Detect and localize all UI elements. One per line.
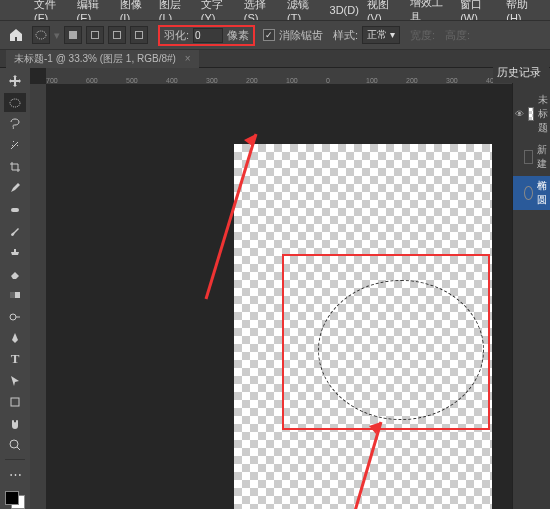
foreground-color[interactable] bbox=[5, 491, 19, 505]
feather-label: 羽化: bbox=[164, 28, 189, 43]
history-snapshot-label: 未标题 bbox=[538, 93, 548, 135]
elliptical-marquee-tool[interactable] bbox=[4, 93, 26, 111]
history-step[interactable]: 椭圆 bbox=[513, 176, 550, 210]
history-step-label: 椭圆 bbox=[537, 179, 548, 207]
style-label: 样式: bbox=[333, 28, 358, 43]
feather-control: 羽化: 像素 bbox=[158, 25, 255, 46]
lasso-tool[interactable] bbox=[4, 115, 26, 133]
svg-rect-4 bbox=[10, 292, 15, 298]
menu-bar: 文件(F) 编辑(E) 图像(I) 图层(L) 文字(Y) 选择(S) 滤镜(T… bbox=[0, 0, 550, 20]
antialias-label: 消除锯齿 bbox=[279, 28, 323, 43]
canvas-area[interactable] bbox=[46, 84, 512, 509]
magic-wand-tool[interactable] bbox=[4, 136, 26, 154]
shape-tool[interactable] bbox=[4, 393, 26, 411]
elliptical-selection-marquee bbox=[318, 280, 484, 420]
crop-tool[interactable] bbox=[4, 158, 26, 176]
antialias-checkbox[interactable]: ✓ bbox=[263, 29, 275, 41]
path-selection-tool[interactable] bbox=[4, 372, 26, 390]
zoom-tool[interactable] bbox=[4, 436, 26, 454]
annotation-arrow-icon bbox=[186, 129, 306, 309]
history-snapshot[interactable]: 👁 未标题 bbox=[513, 90, 550, 138]
new-doc-icon bbox=[524, 150, 533, 164]
svg-point-7 bbox=[10, 440, 18, 448]
svg-rect-2 bbox=[11, 208, 19, 212]
color-swatch[interactable] bbox=[5, 491, 25, 509]
feather-input[interactable] bbox=[193, 28, 223, 43]
history-step[interactable]: 新建 bbox=[513, 140, 550, 174]
document-tab-title: 未标题-1 @ 33.3% (图层 1, RGB/8#) bbox=[14, 53, 176, 64]
vertical-ruler bbox=[30, 84, 46, 509]
close-icon[interactable]: × bbox=[185, 53, 191, 64]
intersect-selection-button[interactable] bbox=[130, 26, 148, 44]
brush-tool[interactable] bbox=[4, 222, 26, 240]
horizontal-ruler: 7006005004003002001000100200300400500600… bbox=[46, 68, 512, 84]
annotation-arrow-icon bbox=[326, 414, 406, 509]
thumbnail-icon bbox=[528, 107, 534, 121]
move-tool[interactable] bbox=[4, 72, 26, 90]
document-tab[interactable]: 未标题-1 @ 33.3% (图层 1, RGB/8#) × bbox=[6, 49, 199, 68]
subtract-selection-button[interactable] bbox=[108, 26, 126, 44]
feather-unit: 像素 bbox=[227, 28, 249, 43]
menu-3d[interactable]: 3D(D) bbox=[330, 4, 359, 16]
history-panel-title[interactable]: 历史记录 bbox=[493, 62, 549, 83]
main-area: T ⋯ 700600500400300200100010020030040050… bbox=[0, 68, 550, 509]
history-step-label: 新建 bbox=[537, 143, 548, 171]
style-select[interactable]: 正常 ▾ bbox=[362, 26, 400, 44]
home-icon[interactable] bbox=[8, 27, 24, 43]
new-selection-button[interactable] bbox=[64, 26, 82, 44]
svg-point-1 bbox=[10, 99, 20, 107]
healing-brush-tool[interactable] bbox=[4, 200, 26, 218]
ellipse-icon bbox=[524, 186, 533, 200]
workspace: 7006005004003002001000100200300400500600… bbox=[30, 68, 512, 509]
toolbox: T ⋯ bbox=[0, 68, 30, 509]
selection-mode-group bbox=[64, 26, 148, 44]
svg-point-0 bbox=[36, 31, 46, 39]
document-tab-bar: 未标题-1 @ 33.3% (图层 1, RGB/8#) × bbox=[0, 50, 550, 68]
svg-rect-6 bbox=[11, 398, 19, 406]
options-bar: ▾ 羽化: 像素 ✓ 消除锯齿 样式: 正常 ▾ 宽度: 高度: bbox=[0, 20, 550, 50]
svg-point-5 bbox=[10, 314, 16, 320]
pen-tool[interactable] bbox=[4, 329, 26, 347]
history-panel: 历史记录 👁 未标题 新建 椭圆 bbox=[512, 68, 550, 509]
add-selection-button[interactable] bbox=[86, 26, 104, 44]
width-label: 宽度: bbox=[410, 28, 435, 43]
eyedropper-tool[interactable] bbox=[4, 179, 26, 197]
dodge-tool[interactable] bbox=[4, 307, 26, 325]
eraser-tool[interactable] bbox=[4, 265, 26, 283]
clone-stamp-tool[interactable] bbox=[4, 243, 26, 261]
edit-toolbar[interactable]: ⋯ bbox=[4, 465, 26, 483]
type-tool[interactable]: T bbox=[4, 350, 26, 368]
tool-preset[interactable] bbox=[32, 26, 50, 44]
gradient-tool[interactable] bbox=[4, 286, 26, 304]
visibility-icon[interactable]: 👁 bbox=[515, 109, 524, 119]
hand-tool[interactable] bbox=[4, 415, 26, 433]
height-label: 高度: bbox=[445, 28, 470, 43]
